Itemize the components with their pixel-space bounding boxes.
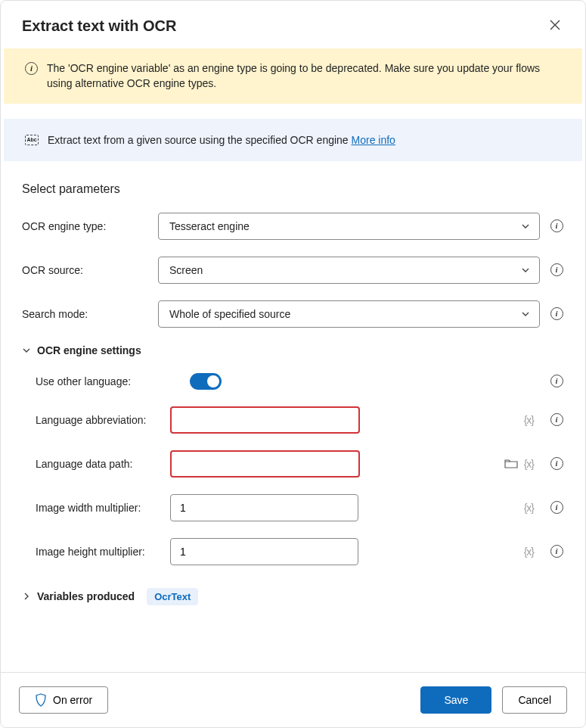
variable-icon[interactable]: {x} [524,502,534,514]
help-engine-type[interactable]: i [549,219,564,234]
variable-icon[interactable]: {x} [524,458,534,470]
cancel-button[interactable]: Cancel [502,686,567,714]
input-lang-data-path[interactable] [170,450,360,478]
label-use-other-language: Use other language: [22,375,161,387]
row-engine-type: OCR engine type: Tesseract engine i [22,213,564,240]
select-search-mode[interactable]: Whole of specified source [158,300,540,328]
content-area: Select parameters OCR engine type: Tesse… [1,161,585,672]
input-width-mult[interactable] [170,494,358,521]
info-icon: i [550,413,563,426]
help-search-mode[interactable]: i [549,306,564,322]
input-width-mult-wrapper: {x} [170,494,540,521]
chevron-down-icon [22,346,31,355]
help-lang-abbrev[interactable]: i [549,412,564,428]
label-source: OCR source: [22,264,149,276]
chevron-right-icon [22,592,31,601]
warning-text: The 'OCR engine variable' as an engine t… [47,61,561,92]
label-lang-data-path: Language data path: [22,458,161,470]
select-source[interactable]: Screen [158,257,540,284]
info-icon: i [550,457,563,470]
info-icon: i [550,545,563,558]
select-engine-type[interactable]: Tesseract engine [158,213,540,240]
info-icon: i [550,375,563,387]
variable-badge[interactable]: OcrText [147,588,198,605]
info-icon: i [550,307,563,320]
row-height-mult: Image height multiplier: {x} i [22,538,564,565]
help-source[interactable]: i [549,263,564,278]
more-info-link[interactable]: More info [352,134,395,146]
info-icon: i [550,501,563,514]
label-search-mode: Search mode: [22,308,149,320]
input-lang-abbrev-wrapper: {x} [170,406,540,434]
input-height-mult-wrapper: {x} [170,538,540,565]
input-lang-data-path-wrapper: {x} [170,450,540,478]
folder-icon[interactable] [504,459,518,469]
row-search-mode: Search mode: Whole of specified source i [22,300,564,328]
label-engine-type: OCR engine type: [22,220,149,232]
ocr-settings-header[interactable]: OCR engine settings [22,344,564,356]
toggle-use-other-language[interactable] [190,373,222,390]
toggle-knob [207,375,219,387]
ocr-settings-block: Use other language: i Language abbreviat… [22,373,564,565]
row-width-mult: Image width multiplier: {x} i [22,494,564,521]
save-button[interactable]: Save [420,686,491,714]
row-lang-data-path: Language data path: {x} i [22,450,564,478]
close-icon [549,19,561,31]
close-button[interactable] [546,16,564,36]
input-height-mult[interactable] [170,538,358,565]
label-height-mult: Image height multiplier: [22,546,161,558]
info-icon: i [550,263,563,276]
info-icon: i [550,219,563,232]
input-lang-abbrev[interactable] [170,406,360,434]
shield-icon [35,693,47,707]
row-source: OCR source: Screen i [22,257,564,284]
description-banner: Abc Extract text from a given source usi… [4,119,582,161]
ocr-icon: Abc [25,135,39,145]
deprecation-warning: i The 'OCR engine variable' as an engine… [4,48,582,104]
help-height-mult[interactable]: i [549,544,564,559]
description-text: Extract text from a given source using t… [48,134,395,146]
dialog-footer: On error Save Cancel [1,672,585,727]
dialog-title: Extract text with OCR [22,17,176,35]
section-title: Select parameters [22,182,564,196]
dialog: Extract text with OCR i The 'OCR engine … [0,0,586,728]
on-error-button[interactable]: On error [19,686,108,714]
help-lang-data-path[interactable]: i [549,456,564,471]
help-use-other-language[interactable]: i [549,374,564,389]
variables-produced-header[interactable]: Variables produced OcrText [22,588,564,605]
label-lang-abbrev: Language abbreviation: [22,414,161,426]
label-width-mult: Image width multiplier: [22,502,161,514]
row-use-other-language: Use other language: i [22,373,564,390]
help-width-mult[interactable]: i [549,500,564,515]
variable-icon[interactable]: {x} [524,546,534,558]
variable-icon[interactable]: {x} [524,414,534,426]
row-lang-abbrev: Language abbreviation: {x} i [22,406,564,434]
info-icon: i [25,62,38,75]
dialog-header: Extract text with OCR [1,1,585,48]
